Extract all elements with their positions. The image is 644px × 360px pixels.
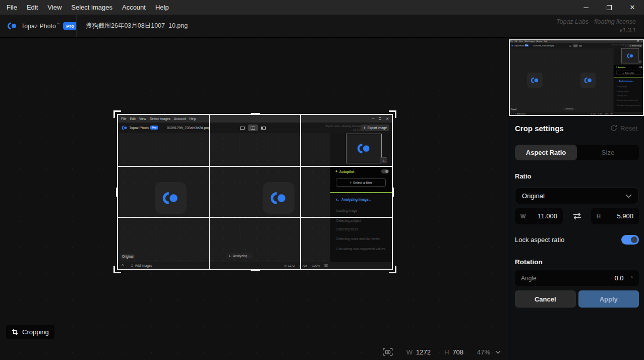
menu-file[interactable]: File — [7, 4, 17, 11]
inner-step: Detecting noise and blur levels — [336, 237, 380, 241]
image-width-readout: W1272 — [406, 348, 431, 356]
inner-tile-logo-icon — [531, 77, 540, 84]
inner-topaz-logo-icon — [510, 44, 513, 46]
inner-original-label: Original — [121, 254, 135, 259]
apply-button[interactable]: Apply — [578, 290, 639, 308]
menu-view[interactable]: View — [47, 4, 62, 11]
cropped-image-content: File Edit View Select Images Account Hel… — [509, 39, 644, 115]
chevron-down-icon — [495, 350, 501, 354]
inner-analyzing-badge: Analyzing... — [226, 253, 253, 259]
window-controls: ─ ✕ — [574, 0, 644, 15]
inner-menu-edit: Edit — [130, 117, 135, 121]
crop-mode-tabs: Aspect Ratio Size — [515, 145, 639, 160]
inner-menu-view: View — [519, 40, 523, 42]
navigator-preview[interactable]: File Edit View Select Images Account Hel… — [509, 39, 644, 116]
menu-help[interactable]: Help — [155, 4, 169, 11]
inner-menu-view: View — [139, 117, 146, 121]
inner-autopilot-toggle — [639, 66, 642, 68]
crop-icon — [12, 329, 18, 335]
reset-button[interactable]: Reset — [610, 125, 637, 132]
inner-analyzing-badge: Analyzing... — [562, 107, 575, 110]
inner-license-info: Topaz Labs - floating license v1.3.1 — [611, 44, 628, 47]
inner-thumb-tool-button: ⇅ — [380, 157, 387, 163]
inner-preview-thumbnail — [346, 134, 382, 163]
crop-handle-left[interactable] — [116, 188, 118, 197]
crop-handle-top[interactable] — [251, 113, 260, 115]
inner-side-by-side-view-icon — [259, 125, 268, 131]
inner-app-name: Topaz Photo — [129, 126, 149, 130]
inner-status-readout: W1272 H708 100% — [284, 264, 328, 267]
inner-step: Calculating auto-suggested values — [617, 104, 641, 106]
inner-canvas — [118, 133, 330, 262]
height-field[interactable]: H 5.900 — [591, 208, 639, 224]
inner-menu-help: Help — [544, 40, 548, 42]
menu-account[interactable]: Account — [122, 4, 146, 11]
crop-handle-top-right[interactable] — [389, 110, 396, 118]
inner-image-tile-2 — [263, 182, 295, 214]
ratio-dropdown[interactable]: Original — [515, 188, 639, 204]
inner-maximize-icon — [379, 117, 381, 120]
inner-close-icon: ✕ — [641, 40, 642, 42]
dimensions-row: W 11.000 H 5.900 — [515, 208, 639, 224]
crop-handle-right[interactable] — [392, 188, 394, 197]
close-button[interactable]: ✕ — [621, 0, 644, 15]
upload-icon: ↥ — [131, 264, 133, 268]
ratio-label: Ratio — [515, 172, 532, 180]
inner-minimize-icon: ─ — [372, 117, 374, 121]
inner-preview-thumbnail — [621, 48, 639, 63]
plus-icon: + — [349, 181, 352, 185]
topaz-logo-icon — [7, 22, 18, 30]
inner-side-by-side-view-icon — [578, 44, 583, 47]
license-text: Topaz Labs - floating license — [556, 18, 636, 26]
menu-select-images[interactable]: Select images — [71, 4, 112, 11]
inner-image-tile-1 — [155, 182, 187, 214]
inner-autopilot-panel: ✦ Autopilot + Select a filter — [614, 65, 644, 78]
grid-line-horizontal — [118, 166, 392, 167]
inner-maximize-icon — [637, 40, 638, 41]
cropping-mode-badge[interactable]: Cropping — [6, 325, 54, 339]
pro-badge: Pro — [63, 22, 77, 30]
angle-field[interactable]: Angle 0.0 ° — [515, 270, 639, 286]
image-canvas[interactable]: File Edit View Select Images Account Hel… — [0, 38, 508, 360]
zoom-level-dropdown[interactable]: 47% — [477, 348, 501, 356]
tab-aspect-ratio[interactable]: Aspect Ratio — [515, 145, 577, 160]
crop-handle-bottom-left[interactable] — [113, 266, 121, 273]
inner-autopilot-toggle — [381, 169, 389, 173]
inner-status-list: Analyzing image... Loading image Detecti… — [330, 193, 392, 262]
inner-split-view-icon — [248, 125, 258, 131]
header-divider — [76, 15, 77, 37]
app-name: Topaz Photo™ — [21, 23, 60, 30]
maximize-button[interactable] — [598, 0, 621, 15]
reset-icon — [610, 125, 617, 132]
swap-dimensions-icon[interactable] — [572, 212, 582, 220]
inner-app-name: Topaz Photo — [514, 45, 524, 46]
inner-filename: 01091799_703afc3e2d.png — [167, 126, 210, 130]
inner-caret-icon: ^ — [510, 113, 511, 114]
inner-image-tile-1 — [527, 73, 543, 88]
inner-menu-account: Account — [537, 40, 543, 42]
inner-image-tile-2 — [580, 73, 596, 88]
cancel-button[interactable]: Cancel — [515, 290, 576, 308]
lock-aspect-label: Lock aspect ratio — [515, 236, 564, 244]
inner-caret-icon: ^ — [122, 264, 124, 267]
screenshot-icon[interactable] — [383, 348, 393, 356]
lock-aspect-toggle[interactable] — [621, 235, 639, 245]
inner-step: Loading image — [336, 209, 357, 212]
eye-icon — [610, 113, 612, 114]
crop-handle-bottom[interactable] — [251, 269, 260, 271]
tab-size[interactable]: Size — [577, 145, 639, 160]
brand: Topaz Photo™ Pro — [7, 15, 77, 37]
inner-analyzing-status: Analyzing image... — [617, 80, 634, 82]
trademark: ™ — [56, 23, 60, 26]
crop-handle-bottom-right[interactable] — [389, 266, 396, 273]
crop-settings-title: Crop settings — [515, 124, 564, 133]
open-filename: 搜狗截图26年03月08日1007_10.png — [86, 15, 188, 37]
crop-area[interactable]: File Edit View Select Images Account Hel… — [118, 115, 392, 269]
width-field[interactable]: W 11.000 — [515, 208, 563, 224]
inner-autopilot-title: ✦ Autopilot — [616, 66, 625, 68]
image-height-readout: H708 — [444, 348, 463, 356]
crop-handle-top-left[interactable] — [113, 110, 121, 118]
minimize-button[interactable]: ─ — [574, 0, 598, 15]
menu-edit[interactable]: Edit — [27, 4, 38, 11]
inner-status-readout: W1272 H708 100% — [591, 113, 612, 114]
